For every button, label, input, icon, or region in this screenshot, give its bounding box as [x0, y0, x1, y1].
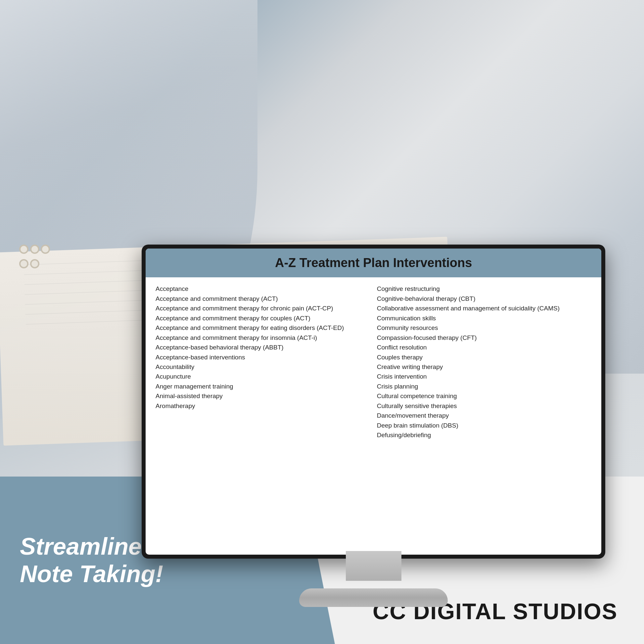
monitor-screen: A-Z Treatment Plan Interventions Accepta… — [146, 249, 601, 554]
list-item: Dance/movement therapy — [377, 411, 592, 420]
screen-header: A-Z Treatment Plan Interventions — [146, 249, 601, 277]
screen-col-left: AcceptanceAcceptance and commitment ther… — [156, 284, 370, 548]
list-item: Aromatherapy — [156, 401, 370, 411]
notebook-rings — [19, 245, 51, 425]
list-item: Acceptance and commitment therapy (ACT) — [156, 294, 370, 303]
list-item: Couples therapy — [377, 352, 592, 362]
list-item: Animal-assisted therapy — [156, 391, 370, 401]
list-item: Accountability — [156, 362, 370, 372]
list-item: Anger management training — [156, 382, 370, 391]
list-item: Community resources — [377, 323, 592, 333]
list-item: Defusing/debriefing — [377, 430, 592, 440]
monitor-stand-base — [299, 588, 447, 607]
list-item: Conflict resolution — [377, 343, 592, 352]
screen-col-right: Cognitive restructuringCognitive-behavio… — [377, 284, 592, 548]
list-item: Acceptance and commitment therapy for ch… — [156, 303, 370, 313]
list-item: Crisis planning — [377, 382, 592, 391]
list-item: Communication skills — [377, 313, 592, 323]
list-item: Acceptance-based behavioral therapy (ABB… — [156, 343, 370, 352]
list-item: Acceptance and commitment therapy for ea… — [156, 323, 370, 333]
list-item: Compassion-focused therapy (CFT) — [377, 333, 592, 343]
list-item: Acceptance-based interventions — [156, 352, 370, 362]
monitor-stand-neck — [346, 551, 401, 581]
list-item: Acupuncture — [156, 372, 370, 381]
list-item: Collaborative assessment and management … — [377, 303, 592, 313]
monitor: A-Z Treatment Plan Interventions Accepta… — [142, 245, 605, 618]
list-item: Cultural competence training — [377, 391, 592, 401]
list-item: Cognitive-behavioral therapy (CBT) — [377, 294, 592, 303]
list-item: Deep brain stimulation (DBS) — [377, 421, 592, 430]
screen-title: A-Z Treatment Plan Interventions — [156, 256, 591, 270]
list-item: Culturally sensitive therapies — [377, 401, 592, 411]
list-item: Creative writing therapy — [377, 362, 592, 372]
list-item: Cognitive restructuring — [377, 284, 592, 294]
list-item: Crisis intervention — [377, 372, 592, 381]
list-item: Acceptance and commitment therapy for in… — [156, 333, 370, 343]
list-item: Acceptance — [156, 284, 370, 294]
monitor-body: A-Z Treatment Plan Interventions Accepta… — [142, 245, 605, 558]
screen-content: AcceptanceAcceptance and commitment ther… — [146, 277, 601, 554]
list-item: Acceptance and commitment therapy for co… — [156, 313, 370, 323]
